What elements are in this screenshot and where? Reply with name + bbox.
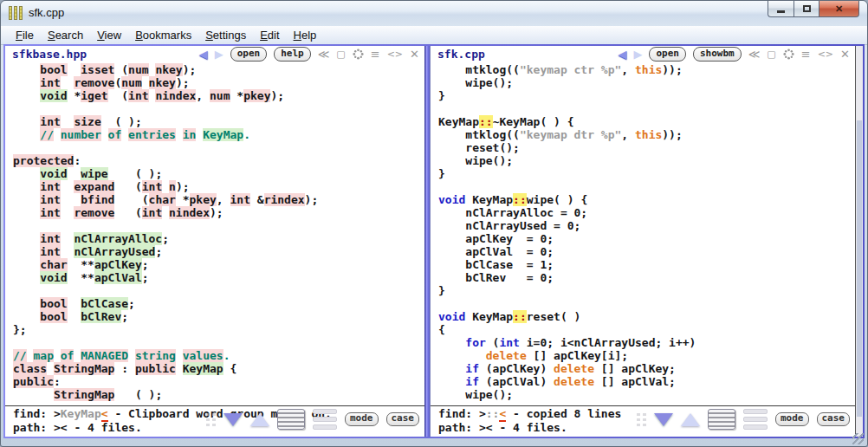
open-button[interactable]: open <box>230 47 268 62</box>
app-icon <box>9 6 23 20</box>
code-line: void wipe ( ); <box>13 167 424 180</box>
light-lines-icon[interactable] <box>313 409 337 430</box>
menu-item-settings[interactable]: Settings <box>198 28 253 42</box>
code-line: wipe(); <box>438 388 855 401</box>
window-title: sfk.cpp <box>29 6 64 19</box>
mode-button[interactable]: mode <box>775 412 809 426</box>
nav-forward-icon[interactable]: ▶ <box>633 49 642 60</box>
scrollbar-thumb[interactable] <box>857 120 862 418</box>
code-line: apClKey = 0; <box>438 232 855 245</box>
code-line: char **apClKey; <box>13 258 424 271</box>
code-line: int nClArrayUsed; <box>13 245 424 258</box>
scroll-up-triangle-icon[interactable] <box>250 413 269 426</box>
pane-close-icon[interactable]: ✕ <box>410 49 419 60</box>
maximize-button[interactable] <box>794 1 819 17</box>
code-line <box>13 219 424 232</box>
code-line: int remove (int nindex); <box>13 206 424 219</box>
code-line: StringMap ( ); <box>13 388 424 401</box>
angle-brackets-icon[interactable]: <> <box>387 49 403 60</box>
open-button[interactable]: open <box>649 47 686 62</box>
minimize-button[interactable] <box>768 1 794 17</box>
nav-back-icon[interactable]: ◀ <box>199 49 208 60</box>
code-line: } <box>438 167 855 180</box>
maximize-icon <box>803 5 811 12</box>
angle-brackets-icon[interactable]: <> <box>818 49 833 60</box>
menu-bar: FileSearchViewBookmarksSettingsEditHelp <box>1 26 867 45</box>
dots-grid-icon[interactable] <box>637 413 646 426</box>
text-lines-icon[interactable] <box>277 409 305 430</box>
frame-icon[interactable]: ▢ <box>336 49 345 60</box>
code-line: protected: <box>13 154 424 167</box>
code-line: if (apClVal) delete [] apClVal; <box>438 375 855 388</box>
code-line: reset(); <box>438 141 855 154</box>
code-line: } <box>438 284 855 297</box>
scroll-down-triangle-icon[interactable] <box>654 413 673 426</box>
bars-icon[interactable]: ≡ <box>371 49 380 60</box>
code-line: for (int i=0; i<nClArrayUsed; i++) <box>438 336 855 349</box>
pane-right-code[interactable]: mtklog(("keymap ctr %p", this)); wipe();… <box>431 63 855 405</box>
text-lines-icon[interactable] <box>708 409 735 430</box>
help-button[interactable]: help <box>274 47 311 62</box>
code-line: bool bClCase; <box>13 297 424 310</box>
code-line: int expand (int n); <box>13 180 424 193</box>
pane-left: sfkbase.hpp ◀ ▶ open help ≪ ▢ ≡ <> ✕ boo… <box>5 46 424 437</box>
nav-back-icon[interactable]: ◀ <box>618 49 626 60</box>
pane-right-statusbar: find: >::< - copied 8 lines path: >< - 4… <box>431 405 855 437</box>
window-controls: ✕ <box>768 1 859 17</box>
code-line <box>438 297 855 310</box>
pane-left-filename: sfkbase.hpp <box>12 48 87 61</box>
pane-left-code[interactable]: bool isset (num nkey); int remove(num nk… <box>5 63 424 405</box>
code-line: KeyMap::~KeyMap( ) { <box>438 115 855 128</box>
client-area: sfkbase.hpp ◀ ▶ open help ≪ ▢ ≡ <> ✕ boo… <box>3 44 865 438</box>
code-line: void **apClVal; <box>13 271 424 284</box>
dots-circle-icon[interactable] <box>353 49 364 60</box>
close-button[interactable]: ✕ <box>819 1 859 17</box>
menu-item-file[interactable]: File <box>9 28 41 42</box>
mode-button[interactable]: mode <box>345 412 379 426</box>
code-line: if (apClKey) delete [] apClKey; <box>438 362 855 375</box>
case-button[interactable]: case <box>817 412 851 426</box>
code-line <box>13 141 424 154</box>
chevrons-left-icon[interactable]: ≪ <box>318 49 330 60</box>
chevrons-left-icon[interactable]: ≪ <box>748 49 761 60</box>
menu-item-help[interactable]: Help <box>287 28 324 42</box>
title-bar[interactable]: sfk.cpp ✕ <box>1 1 867 27</box>
code-line: public: <box>13 375 424 388</box>
showbm-button[interactable]: showbm <box>693 47 742 62</box>
pane-close-icon[interactable]: ✕ <box>840 49 850 60</box>
light-lines-icon[interactable] <box>743 409 768 430</box>
menu-item-bookmarks[interactable]: Bookmarks <box>128 28 198 42</box>
code-line <box>13 284 424 297</box>
frame-icon[interactable]: ▢ <box>767 49 775 60</box>
menu-item-search[interactable]: Search <box>41 28 90 42</box>
case-button[interactable]: case <box>386 412 420 426</box>
nav-forward-icon[interactable]: ▶ <box>215 49 223 60</box>
code-line: // number of entries in KeyMap. <box>13 128 424 141</box>
code-line: wipe(); <box>438 76 855 89</box>
code-line: }; <box>13 323 424 336</box>
pane-right-filename: sfk.cpp <box>437 48 485 61</box>
resize-grip-icon[interactable] <box>852 433 864 444</box>
dots-circle-icon[interactable] <box>783 49 794 60</box>
pane-right-header: sfk.cpp ◀ ▶ open showbm ≪ ▢ ≡ <> ✕ <box>431 46 855 62</box>
code-line: nClArrayUsed = 0; <box>438 219 855 232</box>
vertical-scrollbar[interactable] <box>855 46 863 437</box>
code-line <box>438 102 855 115</box>
dots-grid-icon[interactable] <box>206 413 216 426</box>
bars-icon[interactable]: ≡ <box>801 49 811 60</box>
minimize-icon <box>777 10 785 13</box>
pane-right: sfk.cpp ◀ ▶ open showbm ≪ ▢ ≡ <> ✕ mtklo… <box>431 46 863 437</box>
scroll-up-triangle-icon[interactable] <box>681 413 700 426</box>
scroll-down-triangle-icon[interactable] <box>223 413 243 426</box>
code-line: mtklog(("keymap ctr %p", this)); <box>438 63 855 76</box>
pane-divider[interactable] <box>424 46 431 437</box>
code-line: void *iget (int nindex, num *pkey); <box>13 89 424 102</box>
app-window: sfk.cpp ✕ FileSearchViewBookmarksSetting… <box>0 0 868 447</box>
code-line <box>438 180 855 193</box>
menu-item-edit[interactable]: Edit <box>253 28 286 42</box>
code-line: // map of MANAGED string values. <box>13 349 424 362</box>
code-line: int bfind (char *pkey, int &rindex); <box>13 193 424 206</box>
code-line: apClVal = 0; <box>438 245 855 258</box>
close-icon: ✕ <box>835 3 843 15</box>
menu-item-view[interactable]: View <box>90 28 128 42</box>
